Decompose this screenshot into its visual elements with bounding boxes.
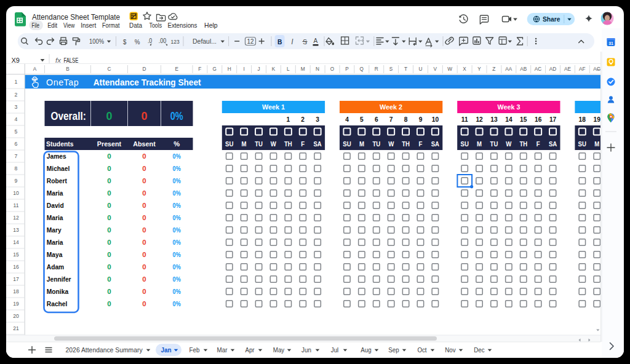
svg-text:6: 6 [15,141,18,147]
svg-text:0%: 0% [173,251,181,258]
svg-text:A: A [314,37,318,44]
svg-text:Students: Students [46,140,73,148]
svg-text:Week 1: Week 1 [262,103,285,111]
svg-text:13: 13 [490,116,497,123]
svg-text:B: B [66,66,70,72]
svg-text:13: 13 [13,227,19,233]
svg-text:Robert: Robert [47,177,67,184]
svg-text:31: 31 [608,41,613,46]
svg-text:21: 21 [13,325,19,331]
svg-text:AG: AG [593,66,600,72]
svg-text:AE: AE [564,66,571,72]
svg-text:3: 3 [316,116,319,123]
svg-text:TU: TU [255,140,263,148]
svg-text:AB: AB [520,66,527,72]
svg-text:0: 0 [107,251,111,258]
svg-text:Nov: Nov [445,346,456,354]
svg-text:View: View [63,22,75,29]
svg-text:Help: Help [204,22,218,29]
svg-text:0: 0 [142,152,146,160]
svg-text:4: 4 [15,116,18,122]
svg-text:Attendance Sheet Template: Attendance Sheet Template [32,12,120,22]
svg-text:SA: SA [313,140,322,148]
svg-text:0: 0 [142,177,146,184]
svg-text:18: 18 [13,288,19,295]
svg-text:Q: Q [360,66,364,72]
svg-text:4: 4 [345,116,349,123]
svg-text:C: C [108,66,111,72]
svg-text:0: 0 [107,189,111,197]
svg-text:AD: AD [549,66,557,72]
svg-text:TH: TH [284,140,292,148]
svg-text:S: S [389,66,393,72]
svg-text:0%: 0% [170,110,183,122]
svg-text:Present: Present [97,140,122,148]
svg-text:Adam: Adam [47,263,64,271]
svg-text:0: 0 [142,214,146,221]
svg-text:7: 7 [15,153,18,159]
svg-text:1: 1 [286,116,290,123]
svg-text:W: W [506,140,512,148]
svg-text:Week 3: Week 3 [497,103,520,111]
svg-text:J: J [257,66,260,72]
svg-text:Data: Data [129,22,142,29]
svg-text:Jul: Jul [331,346,339,354]
svg-text:TU: TU [490,140,498,148]
svg-text:0%: 0% [173,239,181,246]
svg-text:2: 2 [301,116,305,123]
svg-text:SU: SU [343,140,351,148]
svg-text:O: O [330,66,334,72]
svg-text:Y: Y [477,66,481,72]
svg-text:0: 0 [107,288,111,295]
svg-text:M: M [301,66,305,72]
svg-text:Rachel: Rachel [47,300,68,307]
svg-text:20: 20 [13,313,19,319]
svg-text:Aug: Aug [361,346,371,354]
svg-text:M: M [359,140,364,148]
svg-text:A: A [33,66,37,72]
svg-text:0: 0 [142,263,146,271]
svg-text:David: David [47,202,64,209]
svg-text:11: 11 [14,202,19,208]
svg-text:TH: TH [402,140,410,148]
svg-text:Maria: Maria [47,189,63,197]
svg-text:0: 0 [107,177,111,184]
svg-text:0%: 0% [173,214,181,221]
svg-text:W: W [271,140,277,148]
svg-text:Absent: Absent [133,140,156,148]
svg-text:6: 6 [375,116,378,123]
svg-text:0: 0 [107,300,111,307]
svg-text:May: May [273,346,285,354]
svg-text:W: W [447,66,452,72]
svg-text:Maria: Maria [47,239,63,246]
svg-text:SA: SA [549,140,557,148]
svg-text:Attendance Tracking Sheet: Attendance Tracking Sheet [94,77,201,87]
svg-text:I: I [243,66,244,72]
svg-text:0: 0 [142,251,146,258]
svg-text:0%: 0% [173,226,181,234]
svg-text:AF: AF [579,66,586,72]
svg-text:12: 12 [13,215,19,221]
svg-text:12: 12 [476,116,482,123]
svg-text:W: W [388,140,394,148]
svg-text:Michael: Michael [47,165,70,172]
svg-text:14: 14 [13,239,19,245]
svg-text:FALSE: FALSE [63,57,78,64]
svg-text:7: 7 [389,116,393,123]
svg-text:0: 0 [142,165,146,172]
svg-text:16: 16 [13,264,19,270]
svg-text:0: 0 [106,110,113,122]
svg-text:10: 10 [432,116,439,123]
svg-text:0%: 0% [173,152,181,160]
svg-text:AA: AA [505,66,512,72]
svg-text:0: 0 [107,214,111,221]
svg-text:V: V [434,66,437,72]
svg-text:14: 14 [505,116,512,123]
svg-text:F: F [419,140,423,148]
svg-text:9: 9 [419,116,423,123]
svg-text:Dec: Dec [474,346,485,354]
svg-text:Monika: Monika [47,288,69,295]
svg-text:0: 0 [142,300,146,307]
svg-text:10: 10 [13,190,19,196]
svg-text:P: P [345,66,349,72]
